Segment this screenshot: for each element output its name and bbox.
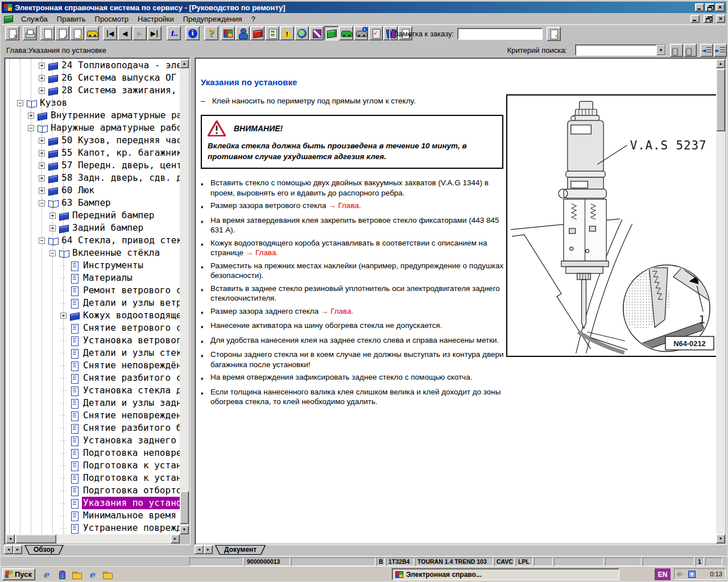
tree-item-label[interactable]: Подготовка к устан bbox=[82, 459, 180, 472]
tree-toggle[interactable] bbox=[60, 413, 67, 419]
vehicle-info-button[interactable] bbox=[354, 26, 368, 40]
tree-item[interactable]: Снятие разбитого с bbox=[6, 372, 180, 384]
document-vertical-scrollbar[interactable]: ▲ ▼ bbox=[716, 59, 725, 543]
print-button[interactable] bbox=[23, 26, 37, 40]
tree-toggle[interactable] bbox=[60, 300, 67, 306]
tree-toggle[interactable] bbox=[60, 375, 67, 381]
quick-launch-button[interactable] bbox=[40, 569, 52, 580]
list-forward-button[interactable] bbox=[714, 44, 727, 57]
tree-item[interactable]: Снятие ветрового с bbox=[6, 322, 180, 334]
tree-item[interactable]: 64 Стекла, привод стек bbox=[6, 234, 180, 247]
window-restore-button[interactable] bbox=[705, 3, 714, 11]
green-car-button[interactable] bbox=[339, 26, 353, 40]
nav-prev-button[interactable] bbox=[118, 26, 132, 40]
tree-toggle[interactable] bbox=[17, 100, 23, 106]
tree-item-label[interactable]: Детали и узлы стек bbox=[82, 347, 180, 359]
tree-item-label[interactable]: Инструменты bbox=[82, 259, 144, 272]
tree-item-label[interactable]: Снятие неповрежден bbox=[82, 409, 180, 422]
title-bar[interactable]: Электронная справочная система по сервис… bbox=[2, 2, 726, 13]
scroll-down-icon[interactable]: ▼ bbox=[716, 534, 725, 543]
tree-item[interactable]: Кузов bbox=[6, 97, 180, 109]
customer-button[interactable] bbox=[235, 26, 250, 40]
tree-item[interactable]: Детали и узлы стек bbox=[6, 347, 180, 359]
task-button-elsa[interactable]: Электронная справо... bbox=[392, 568, 619, 580]
tab-scroll-left-icon[interactable]: ◄ bbox=[195, 545, 204, 554]
tree-item-label[interactable]: Наружные арматурные рабо bbox=[49, 122, 180, 134]
tree-item-label[interactable]: 63 Бампер bbox=[60, 197, 112, 209]
tree-item-label[interactable]: 50 Кузов, передняя час bbox=[60, 134, 180, 147]
tree-toggle[interactable] bbox=[39, 63, 45, 69]
tree-vertical-scrollbar[interactable]: ▲ ▼ bbox=[180, 59, 189, 534]
tree-item[interactable]: Установка заднего bbox=[6, 434, 180, 447]
tree-item[interactable]: Установка ветровог bbox=[6, 334, 180, 347]
scroll-right-icon[interactable]: ► bbox=[171, 534, 180, 543]
scroll-up-icon[interactable]: ▲ bbox=[716, 59, 725, 68]
new-note-button[interactable] bbox=[70, 26, 84, 40]
quick-launch-button[interactable] bbox=[56, 569, 67, 580]
modules-button[interactable] bbox=[221, 26, 235, 40]
tree-item[interactable]: Снятие неповреждён bbox=[6, 359, 180, 372]
tab-scroll-right-icon[interactable]: ► bbox=[13, 545, 22, 554]
repair-manual-button[interactable] bbox=[324, 26, 338, 40]
tree-toggle[interactable] bbox=[60, 525, 67, 531]
tree-item-label[interactable]: Вклеенные стёкла bbox=[71, 247, 161, 259]
order-note-button[interactable] bbox=[547, 27, 561, 41]
menu-item[interactable]: Служба bbox=[16, 14, 52, 24]
network-icon[interactable] bbox=[688, 571, 696, 578]
vehicle-button[interactable] bbox=[85, 26, 99, 40]
tree-item-label[interactable]: Материалы bbox=[82, 272, 134, 284]
tree-toggle[interactable] bbox=[49, 250, 56, 256]
list-back-button[interactable] bbox=[700, 44, 713, 57]
tree-item[interactable]: 60 Люк bbox=[6, 184, 180, 197]
tree-item[interactable]: Установка стекла д bbox=[6, 384, 180, 397]
warning-button[interactable] bbox=[280, 26, 294, 40]
tab-scroll-left-icon[interactable]: ◄ bbox=[4, 545, 13, 554]
tree-item[interactable]: 55 Капот, кр. багажник bbox=[6, 147, 180, 159]
tree-toggle[interactable] bbox=[60, 450, 67, 456]
tree-item[interactable]: Материалы bbox=[6, 272, 180, 284]
tree-toggle[interactable] bbox=[49, 225, 56, 231]
tree-item-label[interactable]: Кузов bbox=[39, 97, 68, 109]
tree-item[interactable]: 26 Система выпуска ОГ bbox=[6, 72, 180, 84]
search-back-button[interactable] bbox=[670, 44, 683, 57]
checklist-button[interactable] bbox=[369, 26, 383, 40]
tree-item[interactable]: Наружные арматурные рабо bbox=[6, 122, 180, 134]
tree-item[interactable]: Вклеенные стёкла bbox=[6, 247, 180, 259]
tree-item-label[interactable]: 26 Система выпуска ОГ bbox=[60, 72, 177, 84]
tree-item-label[interactable]: Внутренние арматурные ра bbox=[49, 109, 180, 122]
wiring-list-button[interactable] bbox=[265, 26, 279, 40]
tree-item[interactable]: Инструменты bbox=[6, 259, 180, 272]
scrollbar-thumb[interactable] bbox=[15, 534, 56, 543]
info-button[interactable] bbox=[185, 26, 200, 40]
tree-item-label[interactable]: Ремонт ветрового с bbox=[82, 284, 180, 297]
scroll-up-icon[interactable]: ▲ bbox=[180, 59, 189, 68]
tab-scroll-right-icon[interactable]: ► bbox=[204, 545, 213, 554]
tree-toggle[interactable] bbox=[60, 488, 67, 494]
tree-toggle[interactable] bbox=[60, 463, 67, 469]
tree-item-label[interactable]: Снятие разбитого б bbox=[82, 422, 180, 434]
tree-toggle[interactable] bbox=[60, 438, 67, 444]
tree-item[interactable]: Подготовка неповре bbox=[6, 447, 180, 459]
window-close-button[interactable] bbox=[715, 3, 725, 11]
tree-item-label[interactable]: 28 Система зажигания, bbox=[60, 84, 177, 97]
tree-item-label[interactable]: Подготовка неповре bbox=[82, 447, 180, 459]
quick-launch-button[interactable] bbox=[102, 569, 113, 580]
flag-button[interactable] bbox=[309, 26, 324, 40]
tree-toggle[interactable] bbox=[49, 213, 56, 219]
chapter-link[interactable]: → Глава. bbox=[328, 201, 361, 210]
tree-item-label[interactable]: Указания по устано bbox=[82, 497, 180, 509]
red-book-button[interactable] bbox=[250, 26, 264, 40]
tree-item[interactable]: Указания по устано bbox=[6, 497, 180, 509]
tree-toggle[interactable] bbox=[60, 400, 67, 406]
volume-icon[interactable] bbox=[677, 571, 685, 578]
tree-toggle[interactable] bbox=[60, 388, 67, 394]
menu-item[interactable]: Настройки bbox=[133, 14, 179, 24]
tree-item-label[interactable]: Подготовка отборто bbox=[82, 484, 180, 497]
tree-toggle[interactable] bbox=[39, 163, 45, 169]
tree-toggle[interactable] bbox=[39, 75, 45, 81]
tree-toggle[interactable] bbox=[39, 88, 45, 94]
chapter-link[interactable]: → Глава. bbox=[321, 307, 353, 315]
chapter-link[interactable]: → Глава. bbox=[246, 248, 278, 257]
tree-item-label[interactable]: Задний бампер bbox=[71, 222, 144, 234]
window-minimize-button[interactable] bbox=[695, 3, 704, 11]
